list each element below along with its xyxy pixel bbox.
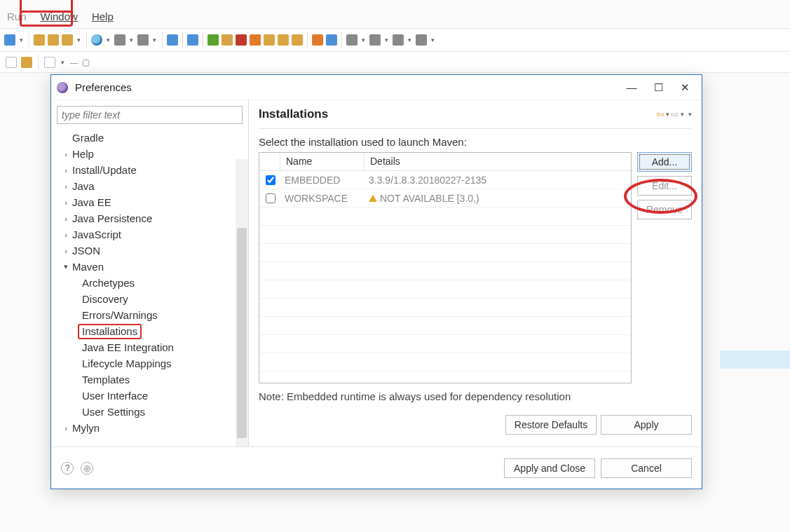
tree-item[interactable]: Archetypes <box>81 275 240 291</box>
tree-item[interactable]: Errors/Warnings <box>81 307 240 323</box>
pin-icon[interactable] <box>369 34 381 46</box>
chevron-right-icon[interactable]: › <box>61 198 71 207</box>
chevron-right-icon[interactable]: › <box>61 150 71 158</box>
apply-button[interactable]: Apply <box>601 415 692 435</box>
tree-item[interactable]: Discovery <box>81 291 240 307</box>
dropdown-icon[interactable]: ▾ <box>128 36 135 43</box>
table-header-details[interactable]: Details <box>365 153 631 170</box>
tree-item[interactable]: Java EE Integration <box>81 339 240 355</box>
view-menu-icon[interactable] <box>44 57 55 68</box>
open-type-icon[interactable] <box>48 34 59 46</box>
chevron-down-icon[interactable]: ▾ <box>61 262 71 271</box>
remove-button[interactable]: Remove <box>637 200 692 219</box>
dropdown-icon[interactable]: ▾ <box>18 36 25 43</box>
tree-item[interactable]: Templates <box>81 371 240 388</box>
chevron-right-icon[interactable]: › <box>61 247 71 255</box>
server-icon[interactable] <box>114 34 125 46</box>
menu-run[interactable]: Run <box>1 8 32 25</box>
menu-window[interactable]: Window <box>35 8 83 25</box>
run-icon[interactable] <box>207 34 219 46</box>
chevron-right-icon[interactable]: › <box>61 231 71 239</box>
pause-icon[interactable] <box>222 34 233 46</box>
dropdown-icon[interactable]: ▾ <box>688 111 692 118</box>
menu-help[interactable]: Help <box>86 8 119 25</box>
tree-item[interactable]: User Interface <box>81 388 240 404</box>
disconnect-icon[interactable] <box>250 34 261 46</box>
tree-item[interactable]: ›Help <box>61 146 240 162</box>
cancel-button[interactable]: Cancel <box>601 458 692 478</box>
scrollbar-thumb[interactable] <box>237 228 247 438</box>
step-return-icon[interactable] <box>292 34 303 46</box>
tree-item-label: Mylyn <box>71 422 100 434</box>
chevron-right-icon[interactable]: › <box>61 214 71 223</box>
maximize-button[interactable]: ☐ <box>653 82 664 93</box>
tree-item[interactable]: ›JSON <box>61 243 240 259</box>
step-over-icon[interactable] <box>278 34 289 46</box>
row-checkbox[interactable] <box>266 193 275 203</box>
link-editor-icon[interactable] <box>21 57 32 68</box>
dropdown-icon[interactable]: ▾ <box>430 36 436 43</box>
import-export-icon[interactable]: ◎ <box>81 462 93 475</box>
row-checkbox[interactable] <box>266 175 275 185</box>
open-project-icon[interactable] <box>34 34 45 46</box>
dropdown-icon[interactable]: ▾ <box>151 36 158 43</box>
nav-back-icon[interactable] <box>393 34 404 46</box>
chevron-right-icon[interactable]: › <box>61 424 71 432</box>
dropdown-icon[interactable]: ▾ <box>76 36 82 43</box>
dropdown-icon[interactable]: ▾ <box>383 36 390 43</box>
chevron-right-icon[interactable]: › <box>61 182 71 191</box>
tree-item[interactable]: ▾Maven <box>61 259 240 275</box>
close-button[interactable]: ✕ <box>679 82 690 93</box>
edit-button[interactable]: Edit... <box>637 176 692 196</box>
dropdown-icon[interactable]: ▾ <box>60 59 66 66</box>
tree-item-label: Help <box>71 148 94 160</box>
dropdown-icon[interactable]: ▾ <box>666 111 669 118</box>
stop-icon[interactable] <box>236 34 247 46</box>
restore-defaults-button[interactable]: Restore Defaults <box>505 415 597 435</box>
search-icon[interactable] <box>187 34 198 46</box>
user-icon[interactable] <box>137 34 149 46</box>
dropdown-icon[interactable]: ▾ <box>360 36 367 43</box>
tree-item[interactable]: Lifecycle Mappings <box>81 355 240 371</box>
maximize-icon[interactable]: ▢ <box>82 57 90 67</box>
tree-item[interactable]: ›Java Persistence <box>61 210 240 226</box>
tree-item-label: Discovery <box>81 293 128 305</box>
minimize-icon[interactable]: — <box>70 58 78 67</box>
drop-frame-icon[interactable] <box>312 34 323 46</box>
dropdown-icon[interactable]: ▾ <box>105 36 111 43</box>
add-button[interactable]: Add... <box>637 152 692 172</box>
table-row[interactable]: WORKSPACENOT AVAILABLE [3.0,) <box>259 189 631 207</box>
tree-item[interactable]: ›Java <box>61 178 240 194</box>
tree-item-label: Lifecycle Mappings <box>81 357 172 369</box>
refresh-icon[interactable] <box>4 34 15 46</box>
table-row[interactable]: EMBEDDED3.3.9/1.8.3.20180227-2135 <box>259 171 631 189</box>
nav-back-icon[interactable]: ⇦ <box>656 109 665 120</box>
preferences-tree[interactable]: Gradle›Help›Install/Update›Java›Java EE›… <box>51 130 248 446</box>
new-wizard-icon[interactable] <box>62 34 73 46</box>
table-header-name[interactable]: Name <box>280 153 365 170</box>
step-into-icon[interactable] <box>264 34 275 46</box>
dropdown-icon[interactable]: ▾ <box>681 111 684 118</box>
collapse-all-icon[interactable] <box>6 57 17 68</box>
tree-item[interactable]: ›JavaScript <box>61 226 240 243</box>
tree-item[interactable]: ›Java EE <box>61 194 240 210</box>
tree-item[interactable]: ›Mylyn <box>61 420 240 436</box>
chevron-right-icon[interactable]: › <box>61 166 71 175</box>
minimize-button[interactable]: — <box>626 82 637 93</box>
tree-item[interactable]: Gradle <box>61 130 240 146</box>
dropdown-icon[interactable]: ▾ <box>407 36 413 43</box>
nav-fwd-icon[interactable] <box>416 34 427 46</box>
help-icon[interactable]: ? <box>61 462 74 475</box>
step-filters-icon[interactable] <box>326 34 337 46</box>
tree-item[interactable]: User Settings <box>81 404 240 420</box>
scrollbar-track[interactable] <box>236 159 248 446</box>
tree-item[interactable]: Installations <box>81 323 240 339</box>
apply-and-close-button[interactable]: Apply and Close <box>504 458 595 478</box>
tree-item[interactable]: ›Install/Update <box>61 162 240 178</box>
back-icon[interactable] <box>346 34 357 46</box>
perspective-icon[interactable] <box>167 34 178 46</box>
nav-fwd-icon[interactable]: ⇨ <box>671 109 679 120</box>
filter-input[interactable] <box>57 106 243 124</box>
globe-icon[interactable] <box>91 34 102 46</box>
row-details: 3.3.9/1.8.3.20180227-2135 <box>365 175 631 186</box>
